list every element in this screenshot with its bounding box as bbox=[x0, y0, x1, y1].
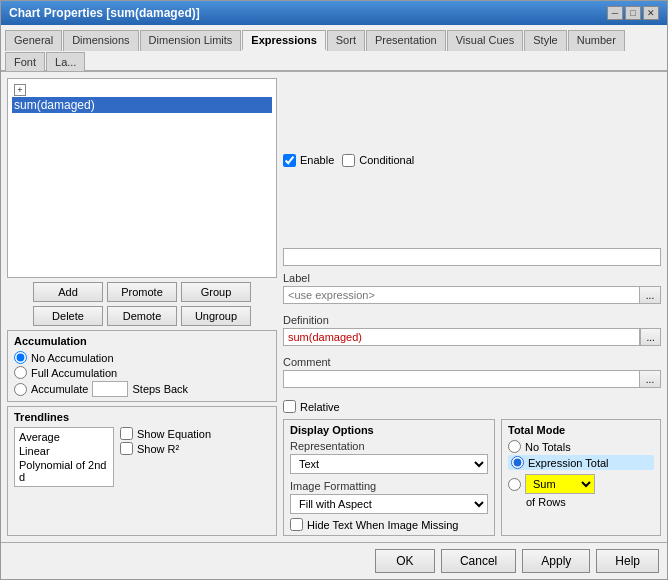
help-button[interactable]: Help bbox=[596, 549, 659, 573]
show-r2-checkbox[interactable] bbox=[120, 442, 133, 455]
tab-dimension-limits[interactable]: Dimension Limits bbox=[140, 30, 242, 51]
full-accumulation-row: Full Accumulation bbox=[14, 366, 270, 379]
tab-general[interactable]: General bbox=[5, 30, 62, 51]
tab-sort[interactable]: Sort bbox=[327, 30, 365, 51]
representation-dropdown[interactable]: Text bbox=[290, 454, 488, 474]
trendlines-label: Trendlines bbox=[14, 411, 270, 423]
tab-dimensions[interactable]: Dimensions bbox=[63, 30, 138, 51]
tab-la[interactable]: La... bbox=[46, 52, 85, 71]
cancel-button[interactable]: Cancel bbox=[441, 549, 516, 573]
steps-back-input[interactable]: 10 bbox=[92, 381, 128, 397]
trendline-average[interactable]: Average bbox=[17, 430, 111, 444]
show-equation-checkbox[interactable] bbox=[120, 427, 133, 440]
conditional-input[interactable] bbox=[283, 248, 661, 266]
maximize-button[interactable]: □ bbox=[625, 6, 641, 20]
hide-text-label: Hide Text When Image Missing bbox=[307, 519, 458, 531]
expression-item-label: sum(damaged) bbox=[14, 98, 95, 112]
window-title: Chart Properties [sum(damaged)] bbox=[9, 6, 200, 20]
no-accumulation-label: No Accumulation bbox=[31, 352, 114, 364]
of-rows-text: of Rows bbox=[508, 496, 654, 508]
relative-checkbox[interactable] bbox=[283, 400, 296, 413]
expand-icon[interactable]: + bbox=[14, 84, 26, 96]
accumulate-radio[interactable] bbox=[14, 383, 27, 396]
trendline-poly3[interactable]: Polynomial of 3rd d bbox=[17, 484, 111, 487]
total-mode-section: Total Mode No Totals Expression Total Su… bbox=[501, 419, 661, 536]
title-bar-buttons: ─ □ ✕ bbox=[607, 6, 659, 20]
sum-row: Sum bbox=[508, 474, 654, 494]
show-equation-row[interactable]: Show Equation bbox=[120, 427, 211, 440]
chart-properties-window: Chart Properties [sum(damaged)] ─ □ ✕ Ge… bbox=[0, 0, 668, 580]
show-equation-label: Show Equation bbox=[137, 428, 211, 440]
comment-input-row: ... bbox=[283, 370, 661, 388]
label-input[interactable] bbox=[283, 286, 639, 304]
definition-input-row: ... bbox=[283, 328, 661, 346]
expression-total-label: Expression Total bbox=[528, 457, 609, 469]
definition-group: Definition ... bbox=[283, 314, 661, 346]
promote-button[interactable]: Promote bbox=[107, 282, 177, 302]
expression-tree[interactable]: + sum(damaged) bbox=[7, 78, 277, 278]
title-bar: Chart Properties [sum(damaged)] ─ □ ✕ bbox=[1, 1, 667, 25]
ok-button[interactable]: OK bbox=[375, 549, 435, 573]
tabs-bar: General Dimensions Dimension Limits Expr… bbox=[1, 25, 667, 72]
expression-total-radio[interactable] bbox=[511, 456, 524, 469]
trendline-linear[interactable]: Linear bbox=[17, 444, 111, 458]
comment-browse-button[interactable]: ... bbox=[639, 370, 661, 388]
hide-text-row: Hide Text When Image Missing bbox=[290, 518, 488, 531]
display-options-section: Display Options Representation Text Imag… bbox=[283, 419, 495, 536]
trendlines-list[interactable]: Average Linear Polynomial of 2nd d Polyn… bbox=[14, 427, 114, 487]
btn-row-1: Add Promote Group bbox=[7, 282, 277, 302]
enable-row: Enable Conditional bbox=[283, 78, 661, 242]
tab-number[interactable]: Number bbox=[568, 30, 625, 51]
definition-input[interactable] bbox=[283, 328, 640, 346]
sum-dropdown[interactable]: Sum bbox=[525, 474, 595, 494]
comment-label: Comment bbox=[283, 356, 661, 368]
group-button[interactable]: Group bbox=[181, 282, 251, 302]
tab-style[interactable]: Style bbox=[524, 30, 566, 51]
label-input-row: ... bbox=[283, 286, 661, 304]
hide-text-checkbox[interactable] bbox=[290, 518, 303, 531]
comment-input[interactable] bbox=[283, 370, 639, 388]
no-totals-radio[interactable] bbox=[508, 440, 521, 453]
label-group: Label ... bbox=[283, 272, 661, 304]
expression-item-sum-damaged[interactable]: sum(damaged) bbox=[12, 97, 272, 113]
show-r2-label: Show R² bbox=[137, 443, 179, 455]
display-options-title: Display Options bbox=[290, 424, 488, 436]
close-button[interactable]: ✕ bbox=[643, 6, 659, 20]
trendline-poly2[interactable]: Polynomial of 2nd d bbox=[17, 458, 111, 484]
no-accumulation-radio[interactable] bbox=[14, 351, 27, 364]
apply-button[interactable]: Apply bbox=[522, 549, 590, 573]
demote-button[interactable]: Demote bbox=[107, 306, 177, 326]
conditional-label: Conditional bbox=[359, 154, 414, 166]
delete-button[interactable]: Delete bbox=[33, 306, 103, 326]
image-formatting-dropdown[interactable]: Fill with Aspect bbox=[290, 494, 488, 514]
enable-check-row[interactable]: Enable bbox=[283, 154, 334, 167]
enable-checkbox[interactable] bbox=[283, 154, 296, 167]
accumulation-section: Accumulation No Accumulation Full Accumu… bbox=[7, 330, 277, 402]
conditional-input-container bbox=[283, 248, 661, 266]
minimize-button[interactable]: ─ bbox=[607, 6, 623, 20]
label-browse-button[interactable]: ... bbox=[639, 286, 661, 304]
ungroup-button[interactable]: Ungroup bbox=[181, 306, 251, 326]
conditional-checkbox[interactable] bbox=[342, 154, 355, 167]
tab-expressions[interactable]: Expressions bbox=[242, 30, 325, 51]
show-r2-row[interactable]: Show R² bbox=[120, 442, 211, 455]
trendlines-checkboxes: Show Equation Show R² bbox=[120, 427, 211, 487]
full-accumulation-radio[interactable] bbox=[14, 366, 27, 379]
right-panel: Enable Conditional Label ... bbox=[283, 78, 661, 536]
tab-presentation[interactable]: Presentation bbox=[366, 30, 446, 51]
trendlines-section: Trendlines Average Linear Polynomial of … bbox=[7, 406, 277, 536]
conditional-check-row[interactable]: Conditional bbox=[342, 154, 414, 167]
definition-browse-button[interactable]: ... bbox=[640, 328, 661, 346]
definition-label: Definition bbox=[283, 314, 661, 326]
enable-label: Enable bbox=[300, 154, 334, 166]
trendlines-inner: Average Linear Polynomial of 2nd d Polyn… bbox=[14, 427, 270, 487]
sum-radio[interactable] bbox=[508, 478, 521, 491]
add-button[interactable]: Add bbox=[33, 282, 103, 302]
tab-font[interactable]: Font bbox=[5, 52, 45, 71]
middle-section: Display Options Representation Text Imag… bbox=[283, 419, 661, 536]
tab-visual-cues[interactable]: Visual Cues bbox=[447, 30, 524, 51]
expr-tree-root: + bbox=[12, 83, 272, 97]
no-accumulation-row: No Accumulation bbox=[14, 351, 270, 364]
total-mode-title: Total Mode bbox=[508, 424, 654, 436]
full-accumulation-label: Full Accumulation bbox=[31, 367, 117, 379]
